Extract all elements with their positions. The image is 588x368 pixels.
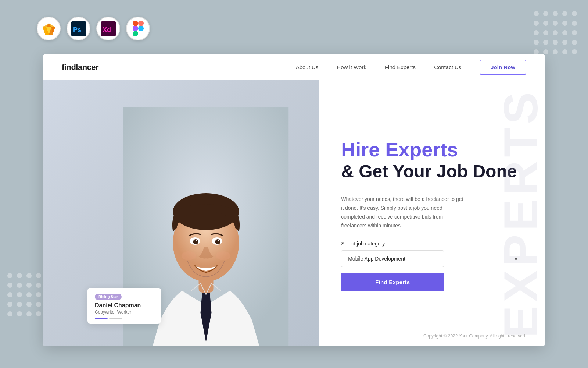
svg-rect-14 [133,31,138,36]
chevron-down-icon: ▾ [514,255,517,262]
watermark-text: EXPERTS [493,89,545,338]
svg-text:Ps: Ps [73,26,81,33]
profile-card: Rising Star Daniel Chapman Copywriter Wo… [87,288,161,324]
select-label: Select job category: [341,241,523,247]
nav-links: About Us How it Work Find Experts Contac… [296,64,462,70]
find-experts-button[interactable]: Find Experts [341,273,444,291]
figma-icon [126,17,150,40]
nav-contact[interactable]: Contact Us [434,64,461,70]
profile-title: Copywriter Worker [95,309,154,315]
hero-section: Rising Star Daniel Chapman Copywriter Wo… [43,80,545,346]
hero-headline-dark: & Get Your Job Done [341,161,523,182]
svg-point-28 [216,251,231,260]
svg-point-25 [196,240,197,241]
svg-point-27 [182,251,196,260]
decorative-dots-right [534,11,577,54]
svg-rect-12 [138,21,144,26]
hero-headline-purple: Hire Experts [341,139,523,160]
svg-rect-11 [133,21,138,26]
svg-rect-13 [133,26,138,31]
sketch-icon [37,17,61,40]
svg-point-26 [218,240,219,241]
nav-find-experts[interactable]: Find Experts [385,64,416,70]
hero-description: Whatever your needs, there will be a fre… [341,195,466,230]
select-wrapper: Mobile App Development Web Development G… [341,250,523,267]
hero-image: Rising Star Daniel Chapman Copywriter Wo… [43,80,319,346]
xd-icon: Xd [96,17,120,40]
svg-text:Xd: Xd [103,26,111,33]
svg-point-24 [215,239,220,244]
copyright-text: Copyright © 2022 Your Company. All right… [423,333,526,339]
svg-point-23 [193,239,198,244]
main-card: findlancer About Us How it Work Find Exp… [43,54,545,346]
profile-badge: Rising Star [95,294,122,300]
tool-icons-bar: Ps Xd [37,17,150,40]
hero-content: EXPERTS Hire Experts & Get Your Job Done… [319,80,545,346]
profile-rating-bar [95,318,154,319]
nav-how[interactable]: How it Work [337,64,366,70]
profile-name: Daniel Chapman [95,302,154,309]
join-now-button[interactable]: Join Now [480,60,526,75]
hero-divider [341,188,356,188]
svg-point-15 [138,26,144,31]
nav-about[interactable]: About Us [296,64,319,70]
decorative-dots-left [7,273,41,316]
photoshop-icon: Ps [67,17,90,40]
navbar: findlancer About Us How it Work Find Exp… [43,54,545,80]
category-select[interactable]: Mobile App Development Web Development G… [341,250,444,267]
brand-logo: findlancer [62,63,98,72]
